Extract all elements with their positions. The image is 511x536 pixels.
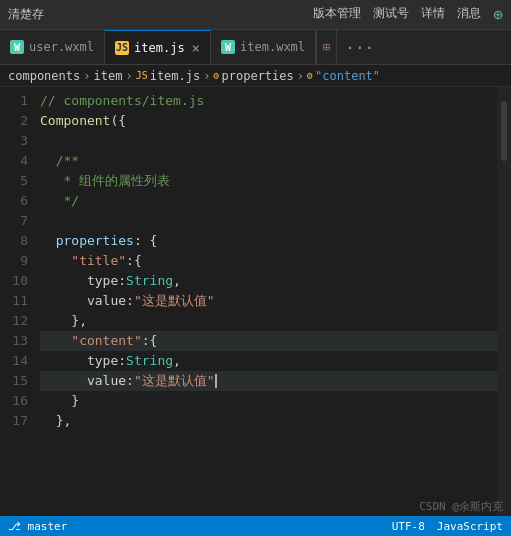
indent: [40, 371, 87, 391]
statusbar-left: ⎇ master: [8, 520, 67, 533]
code-line-16: }: [40, 391, 497, 411]
line-num: 15: [0, 371, 28, 391]
line-num: 17: [0, 411, 28, 431]
code-line-9: "title":{: [40, 251, 497, 271]
line-num: 7: [0, 211, 28, 231]
test-account-btn[interactable]: 测试号: [373, 5, 409, 24]
code-line-14: type:String,: [40, 351, 497, 371]
line-num: 13: [0, 331, 28, 351]
prop-title: "title": [71, 251, 126, 271]
breadcrumb-sep-1: ›: [83, 69, 90, 83]
code-line-4: /**: [40, 151, 497, 171]
code-line-17: },: [40, 411, 497, 431]
indent: [40, 311, 71, 331]
code-line-6: */: [40, 191, 497, 211]
line-num: 2: [0, 111, 28, 131]
indent: [40, 191, 63, 211]
breadcrumb-content-icon: ⚙: [307, 70, 313, 81]
component-fn: Component: [40, 111, 110, 131]
line-num: 1: [0, 91, 28, 111]
line-numbers: 1 2 3 4 5 6 7 8 9 10 11 12 13 14 15 16 1…: [0, 87, 36, 516]
indent: [40, 171, 63, 191]
indent: [40, 291, 87, 311]
line-num: 16: [0, 391, 28, 411]
value-key: value:: [87, 291, 134, 311]
jsdoc-close: */: [63, 191, 79, 211]
code-line-7: [40, 211, 497, 231]
line-num: 11: [0, 291, 28, 311]
tab-label: user.wxml: [29, 40, 94, 54]
code-line-2: Component({: [40, 111, 497, 131]
line-num: 14: [0, 351, 28, 371]
statusbar-encoding: UTF-8: [392, 520, 425, 533]
detail-btn[interactable]: 详情: [421, 5, 445, 24]
jsdoc-open: /**: [56, 151, 79, 171]
line-num: 4: [0, 151, 28, 171]
code-editor[interactable]: // components/item.js Component({ /** * …: [36, 87, 497, 516]
code-line-1: // components/item.js: [40, 91, 497, 111]
tab-close-btn[interactable]: ×: [192, 40, 200, 56]
clear-store-btn[interactable]: 清楚存: [8, 6, 44, 23]
statusbar-right: UTF-8 JavaScript: [392, 520, 503, 533]
code-line-13: "content":{: [40, 331, 497, 351]
code-line-10: type:String,: [40, 271, 497, 291]
tabbar: W user.wxml JS item.js × W item.wxml ⊞ ·…: [0, 30, 511, 65]
watermark: CSDN @余斯内克: [419, 499, 503, 514]
string-type2: String: [126, 351, 173, 371]
value-key2: value:: [87, 371, 134, 391]
punc: ,: [173, 351, 181, 371]
line-num: 9: [0, 251, 28, 271]
tab-item-js[interactable]: JS item.js ×: [105, 30, 211, 64]
tab-item-wxml[interactable]: W item.wxml: [211, 30, 316, 64]
tab-user-wxml[interactable]: W user.wxml: [0, 30, 105, 64]
line-num: 5: [0, 171, 28, 191]
type-key2: type:: [87, 351, 126, 371]
indent: [40, 351, 87, 371]
prop-content: "content": [71, 331, 141, 351]
breadcrumb-item: item: [93, 69, 122, 83]
breadcrumb-sep-2: ›: [125, 69, 132, 83]
line-num: 6: [0, 191, 28, 211]
punc: },: [56, 411, 72, 431]
toolbar-left: 清楚存: [8, 6, 44, 23]
toolbar-right: 版本管理 测试号 详情 消息 ⊕: [313, 5, 503, 24]
code-line-5: * 组件的属性列表: [40, 171, 497, 191]
account-icon[interactable]: ⊕: [493, 5, 503, 24]
breadcrumb-properties: properties: [222, 69, 294, 83]
punc: ({: [110, 111, 126, 131]
tab-icon-js: JS: [115, 41, 129, 55]
punc: :{: [126, 251, 142, 271]
indent: [40, 231, 56, 251]
indent: [40, 271, 87, 291]
code-line-12: },: [40, 311, 497, 331]
line-num: 3: [0, 131, 28, 151]
tab-icon-wxml: W: [10, 40, 24, 54]
statusbar: ⎇ master UTF-8 JavaScript: [0, 516, 511, 536]
minimap-bar: [501, 101, 507, 161]
breadcrumb-components: components: [8, 69, 80, 83]
code-line-11: value:"这是默认值": [40, 291, 497, 311]
tab-icon-wxml2: W: [221, 40, 235, 54]
toolbar: 清楚存 版本管理 测试号 详情 消息 ⊕: [0, 0, 511, 30]
punc: : {: [134, 231, 157, 251]
type-key: type:: [87, 271, 126, 291]
code-line-15: value:"这是默认值": [40, 371, 497, 391]
version-manage-btn[interactable]: 版本管理: [313, 5, 361, 24]
prop-properties: properties: [56, 231, 134, 251]
split-editor-btn[interactable]: ⊞: [316, 30, 337, 64]
breadcrumb-sep-4: ›: [297, 69, 304, 83]
tab-more-btn[interactable]: ···: [337, 30, 382, 64]
indent: [40, 251, 71, 271]
indent: [40, 151, 56, 171]
minimap[interactable]: [497, 87, 511, 516]
breadcrumb-sep-3: ›: [203, 69, 210, 83]
breadcrumb: components › item › JS item.js › ⚙ prope…: [0, 65, 511, 87]
punc: }: [71, 391, 79, 411]
line-num: 8: [0, 231, 28, 251]
breadcrumb-js-icon: JS: [136, 70, 148, 81]
default-value2: "这是默认值": [134, 371, 215, 391]
message-btn[interactable]: 消息: [457, 5, 481, 24]
punc: :{: [142, 331, 158, 351]
code-line-8: properties: {: [40, 231, 497, 251]
indent: [40, 391, 71, 411]
